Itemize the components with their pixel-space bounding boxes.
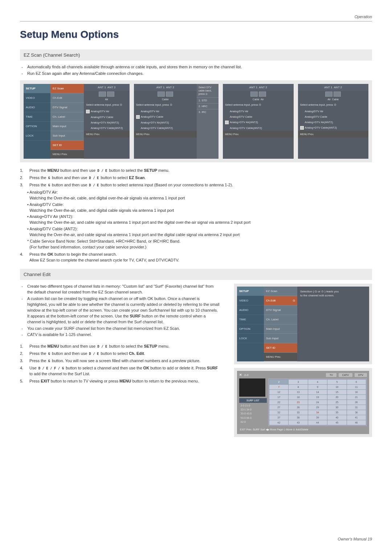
section-ezscan-heading: EZ Scan (Channel Search) xyxy=(20,49,372,61)
b2t: Analog/DTV Cable: xyxy=(29,202,64,207)
nav-video: VIDEO xyxy=(26,96,35,100)
page-footer: Owner's Manual 19 xyxy=(338,537,372,541)
che-s3: Press the G button. You will now see a s… xyxy=(29,358,200,364)
osd-antenna-air: ANT 1 ANT 2 Air Select antenna input, pr… xyxy=(84,84,130,159)
chedit-screenshot-menu: SETUP VIDEO AUDIO TIME OPTION LOCK EZ Sc… xyxy=(234,284,372,364)
che-s1: Press the MENU button and then use D / E… xyxy=(29,344,170,349)
ez-step1: Press the MENU button and then use D / E… xyxy=(29,168,170,174)
che-p2: A custom list can be created by toggling… xyxy=(27,296,220,325)
b4t: Analog/DTV Cable (ANT2): xyxy=(29,227,78,231)
osd-antenna-cable-air: ANT 1 ANT 2 Cable Air Select antenna inp… xyxy=(223,84,293,159)
header-operation: Operation xyxy=(20,15,372,19)
osd-antenna-air-cable: ANT 1 ANT 2 Air Cable Select antenna inp… xyxy=(298,84,368,159)
che-s5: Press EXIT button to return to TV viewin… xyxy=(29,378,199,384)
header-rule xyxy=(20,21,372,21)
che-s4: Use D / E / F / G button to select a cha… xyxy=(29,365,220,377)
nav-audio: AUDIO xyxy=(26,106,35,109)
osd-setuplist: EZ Scan Ch.Edit DTV Signal Ch. Label Mai… xyxy=(50,84,84,159)
che-p1: Create two different types of channel li… xyxy=(27,284,220,295)
page-title: Setup Menu Options xyxy=(20,29,372,40)
chedit-screenshot-grid: ✕2-0TVCATVDTV SURF LIST 2-0 21-0 23-1 34… xyxy=(234,368,372,437)
note1: Cable Service Band Note: Select Std=Stan… xyxy=(30,239,180,243)
nav-lock: LOCK xyxy=(26,134,34,137)
osd-antenna-cable: ANT 1 ANT 2 Cable Select antenna input, … xyxy=(134,84,197,159)
che-s2: Press the G button and then use D / E bu… xyxy=(29,351,145,357)
ezscan-intro-2: Run EZ Scan again after any Antenna/Cabl… xyxy=(27,71,143,77)
b1t: Analog/DTV Air: xyxy=(29,190,58,194)
section-chedit-heading: Channel Edit xyxy=(20,269,372,280)
nav-time: TIME xyxy=(26,115,33,118)
ezscan-intro-1: Automatically finds all channels availab… xyxy=(27,64,242,70)
nav-setup: SETUP xyxy=(26,87,36,90)
channel-grid: 2345678910111213141516171819202122232425… xyxy=(268,378,367,426)
ez-step2: Press the G button and then use D / E bu… xyxy=(29,175,146,181)
osd-cable-band: Select DTV cable band, press ⊙ 1. STD 2.… xyxy=(197,84,219,159)
osd-sidemenu: SETUP VIDEO AUDIO TIME OPTION LOCK xyxy=(24,84,50,159)
ezscan-screenshots: SETUP VIDEO AUDIO TIME OPTION LOCK EZ Sc… xyxy=(20,80,372,162)
ez-step4: Press the OK button to begin the channel… xyxy=(29,252,179,263)
ez-step3: Press the G button and then use D / E bu… xyxy=(29,182,233,188)
b3t: Analog+DTV Air (ANT2): xyxy=(29,214,73,219)
che-p3: You can create your SURF channel list fr… xyxy=(27,326,180,332)
nav-option: OPTION xyxy=(26,125,37,128)
che-p4: CATV is available for 1-125 channel. xyxy=(27,332,92,338)
